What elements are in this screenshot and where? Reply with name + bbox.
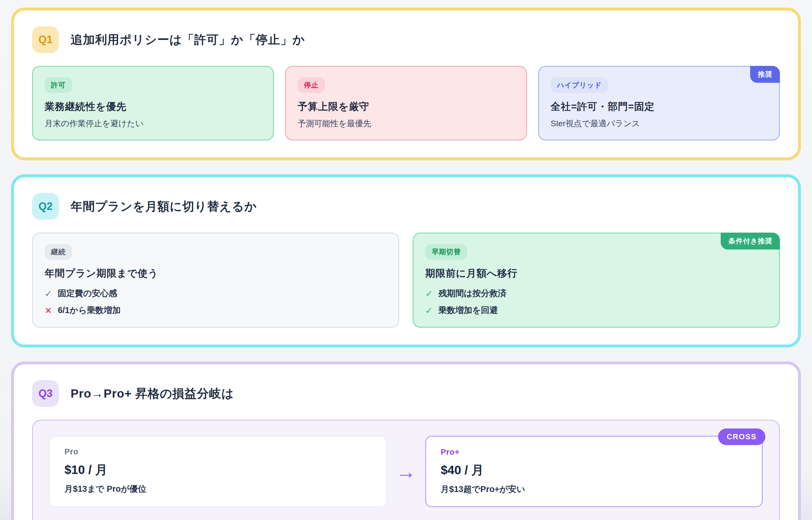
plan-card-pro-plus: CROSS Pro+ $40 / 月 月$13超でPro+が安い [425, 436, 763, 507]
cross-badge: CROSS [718, 428, 765, 445]
q2-cards-row: 継続 年間プラン期限まで使う ✓ 固定費の安心感 ✕ 6/1から乗数増加 条件付… [32, 233, 780, 328]
allow-desc: 月末の作業停止を避けたい [45, 118, 261, 129]
hybrid-tag: ハイブリッド [551, 77, 608, 93]
section-q2: Q2 年間プランを月額に切り替えるか 継続 年間プラン期限まで使う ✓ 固定費の… [11, 174, 801, 347]
section-q3-header: Q3 Pro→Pro+ 昇格の損益分岐は [32, 380, 780, 407]
section-q1: Q1 追加利用ポリシーは「許可」か「停止」か 許可 業務継続性を優先 月末の作業… [11, 7, 801, 160]
list-item-text: 残期間は按分救済 [438, 288, 506, 300]
list-item: ✓ 固定費の安心感 [45, 288, 387, 300]
q2-title: 年間プランを月額に切り替えるか [71, 199, 257, 214]
section-q1-header: Q1 追加利用ポリシーは「許可」か「停止」か [32, 26, 780, 53]
list-item: ✕ 6/1から乗数増加 [45, 305, 387, 316]
q2-badge: Q2 [32, 193, 59, 220]
q3-title: Pro→Pro+ 昇格の損益分岐は [71, 386, 234, 402]
stop-desc: 予測可能性を最優先 [298, 118, 514, 129]
q1-badge: Q1 [32, 26, 59, 53]
list-item-text: 乗数増加を回避 [438, 305, 498, 316]
q1-cards-row: 許可 業務継続性を優先 月末の作業停止を避けたい 停止 予算上限を厳守 予測可能… [32, 66, 780, 140]
q3-badge: Q3 [32, 380, 59, 407]
section-q2-header: Q2 年間プランを月額に切り替えるか [32, 193, 780, 220]
option-card-early-switch: 条件付き推奨 早期切替 期限前に月額へ移行 ✓ 残期間は按分救済 ✓ 乗数増加を… [413, 233, 780, 328]
plan-card-pro: Pro $10 / 月 月$13まで Proが優位 [49, 436, 387, 507]
allow-title: 業務継続性を優先 [45, 100, 261, 113]
pro-plus-plan-price: $40 / 月 [441, 462, 747, 478]
pro-plus-plan-name: Pro+ [441, 448, 747, 457]
list-item: ✓ 残期間は按分救済 [425, 288, 767, 300]
q1-title: 追加利用ポリシーは「許可」か「停止」か [71, 32, 305, 48]
list-item: ✓ 乗数増加を回避 [425, 305, 767, 316]
early-switch-tag: 早期切替 [425, 244, 467, 260]
upgrade-arrow-icon: → [387, 436, 425, 507]
keep-tag: 継続 [45, 244, 72, 260]
hybrid-title: 全社=許可・部門=固定 [551, 100, 767, 113]
option-card-stop: 停止 予算上限を厳守 予測可能性を最優先 [285, 66, 527, 140]
option-card-hybrid: 推奨 ハイブリッド 全社=許可・部門=固定 SIer視点で最適バランス [538, 66, 780, 140]
keep-title: 年間プラン期限まで使う [45, 267, 387, 280]
cross-icon: ✕ [45, 306, 52, 316]
pro-plan-name: Pro [65, 447, 372, 457]
keep-points: ✓ 固定費の安心感 ✕ 6/1から乗数増加 [45, 288, 387, 316]
stop-tag: 停止 [298, 77, 325, 93]
plan-compare-row: Pro $10 / 月 月$13まで Proが優位 → CROSS Pro+ $… [49, 436, 763, 507]
list-item-text: 6/1から乗数増加 [58, 305, 121, 316]
page: Q1 追加利用ポリシーは「許可」か「停止」か 許可 業務継続性を優先 月末の作業… [0, 0, 812, 520]
allow-tag: 許可 [45, 77, 72, 93]
early-switch-points: ✓ 残期間は按分救済 ✓ 乗数増加を回避 [425, 288, 767, 316]
recommended-ribbon: 推奨 [750, 66, 780, 83]
pro-plan-note: 月$13まで Proが優位 [65, 483, 372, 495]
section-q3: Q3 Pro→Pro+ 昇格の損益分岐は Pro $10 / 月 月$13まで … [11, 361, 801, 520]
option-card-keep: 継続 年間プラン期限まで使う ✓ 固定費の安心感 ✕ 6/1から乗数増加 [32, 233, 399, 328]
hybrid-desc: SIer視点で最適バランス [551, 118, 767, 129]
pro-plan-price: $10 / 月 [65, 462, 372, 478]
option-card-allow: 許可 業務継続性を優先 月末の作業停止を避けたい [32, 66, 274, 140]
conditional-recommended-ribbon: 条件付き推奨 [721, 233, 780, 250]
check-icon: ✓ [425, 306, 433, 316]
plan-compare-panel: Pro $10 / 月 月$13まで Proが優位 → CROSS Pro+ $… [32, 420, 780, 520]
pro-plus-plan-note: 月$13超でPro+が安い [441, 484, 747, 495]
stop-title: 予算上限を厳守 [298, 100, 514, 113]
check-icon: ✓ [45, 289, 52, 299]
list-item-text: 固定費の安心感 [58, 288, 117, 300]
check-icon: ✓ [425, 289, 433, 299]
early-switch-title: 期限前に月額へ移行 [425, 267, 767, 280]
